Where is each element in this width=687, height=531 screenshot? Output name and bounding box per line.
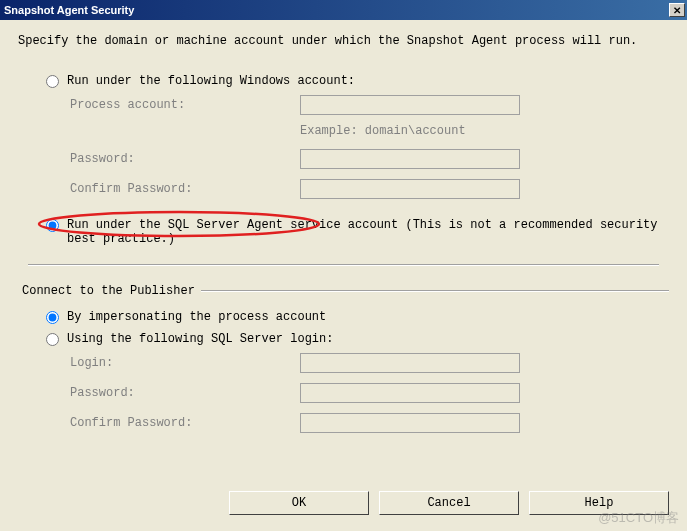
radio-sql-agent-label[interactable]: Run under the SQL Server Agent service a… — [67, 218, 669, 246]
windows-account-section: Run under the following Windows account:… — [18, 74, 669, 200]
pub-password-input — [300, 383, 520, 403]
publisher-legend: Connect to the Publisher — [22, 284, 195, 298]
radio-windows-account[interactable] — [46, 75, 59, 88]
example-text: Example: domain\account — [300, 124, 669, 138]
radio-sql-agent[interactable] — [46, 219, 59, 232]
button-row: OK Cancel Help — [211, 483, 687, 523]
titlebar: Snapshot Agent Security ✕ — [0, 0, 687, 20]
radio-impersonate[interactable] — [46, 311, 59, 324]
process-account-label: Process account: — [70, 98, 300, 112]
radio-sql-login-label[interactable]: Using the following SQL Server login: — [67, 332, 333, 346]
pub-confirm-label: Confirm Password: — [70, 416, 300, 430]
pub-password-label: Password: — [70, 386, 300, 400]
radio-impersonate-label[interactable]: By impersonating the process account — [67, 310, 326, 324]
close-icon: ✕ — [673, 5, 681, 16]
radio-sql-login[interactable] — [46, 333, 59, 346]
win-password-input — [300, 149, 520, 169]
login-label: Login: — [70, 356, 300, 370]
win-confirm-label: Confirm Password: — [70, 182, 300, 196]
sql-agent-row: Run under the SQL Server Agent service a… — [46, 218, 669, 246]
dialog-content: Specify the domain or machine account un… — [0, 20, 687, 450]
radio-windows-account-label[interactable]: Run under the following Windows account: — [67, 74, 355, 88]
win-confirm-input — [300, 179, 520, 199]
section-divider — [28, 264, 659, 266]
publisher-section: Connect to the Publisher By impersonatin… — [18, 284, 669, 434]
cancel-button[interactable]: Cancel — [379, 491, 519, 515]
pub-confirm-input — [300, 413, 520, 433]
fieldset-line — [201, 290, 669, 292]
process-account-input — [300, 95, 520, 115]
close-button[interactable]: ✕ — [669, 3, 685, 17]
ok-button[interactable]: OK — [229, 491, 369, 515]
instruction-text: Specify the domain or machine account un… — [18, 34, 669, 48]
win-password-label: Password: — [70, 152, 300, 166]
login-input — [300, 353, 520, 373]
window-title: Snapshot Agent Security — [4, 4, 134, 16]
help-button[interactable]: Help — [529, 491, 669, 515]
